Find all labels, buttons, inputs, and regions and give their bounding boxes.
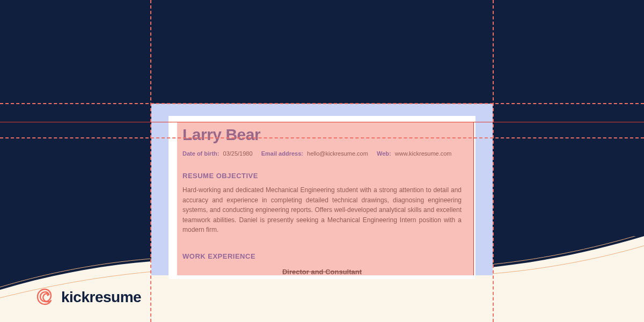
web-value: www.kickresume.com [395, 150, 452, 157]
brand-name: kickresume [61, 289, 141, 306]
web-label: Web: [377, 150, 391, 157]
job-title-fragment: Director and Consultant [182, 268, 462, 276]
experience-heading: WORK EXPERIENCE [182, 252, 462, 260]
dob-label: Date of birth: [182, 150, 219, 157]
resume-page: Larry Bear Date of birth: 03/25/1980 Ema… [169, 116, 475, 279]
objective-heading: RESUME OBJECTIVE [182, 172, 462, 180]
objective-body: Hard-working and dedicated Mechanical En… [182, 185, 462, 235]
dob-value: 03/25/1980 [223, 150, 253, 157]
svg-point-0 [47, 294, 48, 296]
resume-name: Larry Bear [182, 126, 462, 144]
resume-contact-row: Date of birth: 03/25/1980 Email address:… [182, 150, 462, 157]
email-value: hello@kickresume.com [307, 150, 368, 157]
kickresume-icon [35, 288, 55, 307]
brand-logo: kickresume [35, 288, 141, 307]
email-label: Email address: [261, 150, 303, 157]
